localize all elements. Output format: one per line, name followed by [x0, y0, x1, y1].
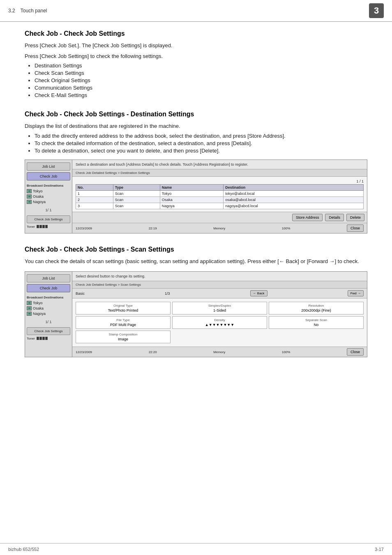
store-address-button[interactable]: Store Address: [292, 214, 323, 221]
bullet-item: Check Scan Settings: [35, 70, 367, 76]
top-message: Select desired button to change its sett…: [72, 272, 367, 282]
check-settings-button[interactable]: Check Job Settings: [27, 327, 70, 335]
footer-date: 12/23/2009: [76, 350, 92, 354]
toner-seg3: [42, 225, 45, 228]
cell-dest: osaka@abcd.local: [224, 197, 364, 203]
email-icon: ✉: [27, 189, 32, 193]
scan-cell-simplex: Simplex/Duplex 1-Sided: [172, 302, 267, 314]
cell-type: Scan: [113, 191, 160, 197]
footer-memory-label: Memory: [213, 227, 225, 230]
toner-bar: [37, 225, 48, 228]
footer-date: 12/23/2009: [76, 227, 92, 230]
cell-type: Scan: [113, 197, 160, 203]
panel-bottom-bar: Store Address Details Delete: [72, 212, 367, 223]
cell-dest: tokyo@abcd.local: [224, 191, 364, 197]
scan-settings-panel: Job List Check Job Broadcast Destination…: [25, 271, 367, 358]
section1-heading: Check Job - Check Job Settings: [25, 30, 367, 37]
panel-left-scan: Job List Check Job Broadcast Destination…: [25, 272, 72, 357]
section2-para1: Displays the list of destinations that a…: [25, 122, 367, 130]
bullet-item: Check E-Mail Settings: [35, 92, 367, 98]
toner-seg1: [37, 337, 39, 340]
footer-page: 3-17: [375, 547, 384, 552]
details-button[interactable]: Details: [325, 214, 344, 221]
close-button-scan[interactable]: Close: [347, 348, 364, 356]
email-icon: ✉: [27, 200, 32, 204]
check-settings-button[interactable]: Check Job Settings: [27, 215, 70, 223]
toner-bar: [37, 337, 48, 340]
scan-cell-resolution: Resolution 200x200dpi (Fine): [269, 302, 364, 314]
footer-time: 22:19: [149, 227, 157, 230]
page-content: Check Job - Check Job Settings Press [Ch…: [0, 22, 392, 378]
forward-button[interactable]: Fwd →: [348, 290, 364, 296]
section1-para2: Press [Check Job Settings] to check the …: [25, 52, 367, 60]
toner-row: Toner: [27, 225, 70, 229]
delete-button[interactable]: Delete: [346, 214, 364, 221]
toner-seg3: [42, 337, 45, 340]
scan-cell-original-type: Original Type Text/Photo Printed: [76, 302, 171, 314]
section3-heading: Check Job - Check Job Settings - Scan Se…: [25, 246, 367, 253]
table-row[interactable]: 3 Scan Nagoya nagoya@abcd.local: [76, 203, 364, 209]
panel-footer-scan: 12/23/2009 22:20 Memory 100% Close: [72, 347, 367, 357]
job-list-button[interactable]: Job List: [27, 162, 70, 171]
footer-memory-label: Memory: [213, 350, 225, 354]
job-list-button[interactable]: Job List: [27, 274, 70, 282]
page-count: 1/3: [165, 291, 170, 296]
table-row[interactable]: 1 Scan Tokyo tokyo@abcd.local: [76, 191, 364, 197]
panel-right-scan: Select desired button to change its sett…: [72, 272, 367, 357]
scan-cell-filetype: File Type PDF Multi Page: [76, 316, 171, 329]
page-count: 1 / 1: [356, 179, 364, 183]
section-1: Check Job - Check Job Settings Press [Ch…: [25, 30, 367, 98]
bullet-item: To delete a destination, select one you …: [35, 148, 367, 154]
basic-label: Basic: [76, 291, 85, 296]
bullet-item: Check Original Settings: [35, 77, 367, 83]
cell-name: Tokyo: [160, 191, 224, 197]
scan-settings-grid: Original Type Text/Photo Printed Simplex…: [72, 298, 367, 347]
bullet-item: To check the detailed information of the…: [35, 140, 367, 146]
col-type: Type: [113, 185, 160, 191]
cell-no: 3: [76, 203, 113, 209]
close-button[interactable]: Close: [347, 224, 364, 232]
footer-time: 22:20: [149, 350, 157, 354]
toner-label: Toner: [27, 225, 35, 229]
cell-no: 1: [76, 191, 113, 197]
table-row[interactable]: 2 Scan Osaka osaka@abcd.local: [76, 197, 364, 203]
col-no: No.: [76, 185, 113, 191]
toner-seg1: [37, 225, 39, 228]
dest-item-tokyo[interactable]: ✉ Tokyo: [27, 301, 70, 305]
dest-item-osaka[interactable]: ✉ Osaka: [27, 306, 70, 310]
toner-seg4: [45, 337, 48, 340]
destination-table: No. Type Name Destination 1 Scan Tokyo: [76, 184, 364, 209]
page-counter: 1/ 1: [27, 208, 70, 212]
toner-seg2: [39, 337, 42, 340]
check-job-button[interactable]: Check Job: [27, 284, 70, 292]
breadcrumb: Check Job Detailed Settings > Scan Setti…: [72, 281, 367, 289]
col-destination: Destination: [224, 185, 364, 191]
top-message: Select a destination and touch [Address …: [72, 160, 367, 170]
cell-no: 2: [76, 197, 113, 203]
email-icon: ✉: [27, 306, 32, 310]
basic-bar: Basic 1/3 ← Back Fwd →: [72, 289, 367, 298]
dest-item-nagoya[interactable]: ✉ Nagoya: [27, 200, 70, 204]
toner-label: Toner: [27, 337, 35, 340]
page-header: 3.2 Touch panel 3: [0, 0, 392, 22]
section-2: Check Job - Check Job Settings - Destina…: [25, 111, 367, 234]
toner-seg2: [39, 225, 42, 228]
email-icon: ✉: [27, 301, 32, 305]
dest-item-nagoya[interactable]: ✉ Nagoya: [27, 312, 70, 316]
header-section: 3.2 Touch panel: [8, 8, 47, 14]
panel-right-dest: Select a destination and touch [Address …: [72, 160, 367, 234]
page-footer: bizhub 652/552 3-17: [0, 543, 392, 555]
broadcast-dest-label: Broadcast Destinations: [27, 296, 70, 299]
panel-left-dest: Job List Check Job Broadcast Destination…: [25, 160, 72, 234]
bullet-item: To add the directly entered address to t…: [35, 133, 367, 139]
toner-seg4: [45, 225, 48, 228]
check-job-button[interactable]: Check Job: [27, 172, 70, 180]
bullet-item: Destination Settings: [35, 62, 367, 69]
email-icon: ✉: [27, 312, 32, 316]
broadcast-dest-label: Broadcast Destinations: [27, 184, 70, 187]
dest-item-osaka[interactable]: ✉ Osaka: [27, 194, 70, 199]
cell-name: Nagoya: [160, 203, 224, 209]
dest-item-tokyo[interactable]: ✉ Tokyo: [27, 189, 70, 193]
scan-cell-separate: Separate Scan No: [269, 316, 364, 329]
back-button[interactable]: ← Back: [250, 290, 267, 296]
